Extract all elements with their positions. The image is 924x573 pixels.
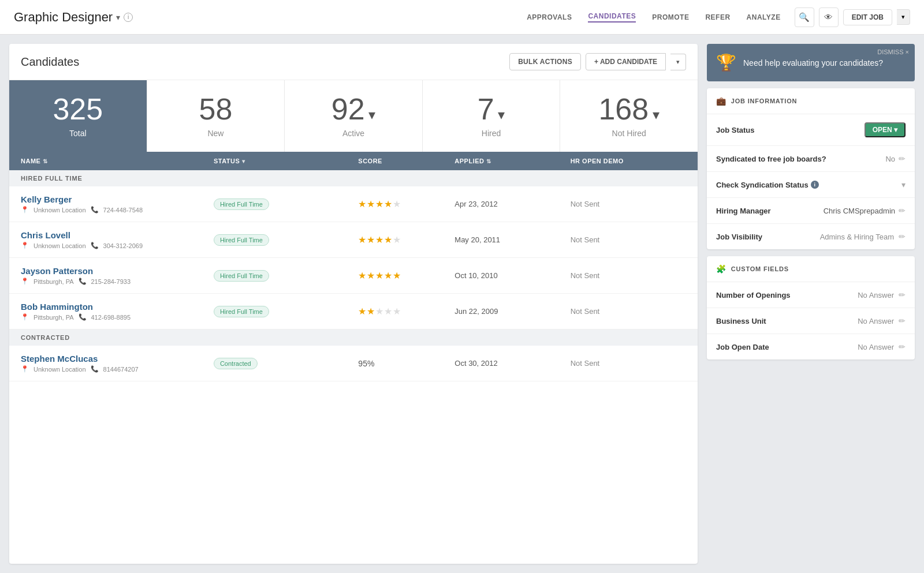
nav-links: APPROVALS CANDIDATES PROMOTE REFER ANALY…: [527, 12, 781, 23]
candidate-hr-status: Not Sent: [571, 200, 686, 208]
table-row[interactable]: Bob Hammington 📍 Pittsburgh, PA 📞 412-69…: [9, 294, 698, 329]
help-icon: 🏆: [716, 53, 736, 72]
candidate-info: Bob Hammington 📍 Pittsburgh, PA 📞 412-69…: [21, 302, 214, 321]
openings-row: Number of Openings No Answer ✏: [707, 282, 915, 308]
eye-button[interactable]: 👁: [819, 8, 839, 27]
stat-total[interactable]: 325 Total: [9, 80, 147, 152]
bulk-actions-button[interactable]: BULK ACTIONS: [509, 53, 581, 70]
search-button[interactable]: 🔍: [795, 8, 814, 27]
candidate-info: Stephen McClucas 📍 Unknown Location 📞 81…: [21, 354, 214, 373]
edit-job-button[interactable]: EDIT JOB: [843, 9, 892, 25]
candidate-status: Contracted: [214, 358, 358, 369]
job-visibility-label: Job Visibility: [716, 233, 820, 241]
syndication-caret[interactable]: ▾: [901, 180, 906, 189]
group-hired-full-time: HIRED FULL TIME: [9, 170, 698, 186]
phone-icon: 📞: [79, 278, 87, 285]
dismiss-button[interactable]: DISMISS ×: [877, 48, 909, 55]
job-visibility-row: Job Visibility Admins & Hiring Team ✏: [707, 224, 915, 249]
hiring-manager-value: Chris CMSprepadmin: [824, 207, 895, 215]
candidate-status: Hired Full Time: [214, 270, 358, 282]
right-panel: 🏆 Need help evaluating your candidates? …: [707, 44, 915, 564]
phone-icon: 📞: [79, 313, 87, 321]
edit-job-caret[interactable]: ▾: [897, 9, 910, 25]
stat-not-hired[interactable]: 168 Not Hired: [560, 80, 698, 152]
candidate-hr-status: Not Sent: [571, 235, 686, 244]
hiring-manager-edit-icon[interactable]: ✏: [899, 206, 906, 215]
table-row[interactable]: Chris Lovell 📍 Unknown Location 📞 304-31…: [9, 222, 698, 258]
table-row[interactable]: Jayson Patterson 📍 Pittsburgh, PA 📞 215-…: [9, 258, 698, 294]
candidate-stars: ★★★★★: [358, 270, 454, 281]
business-unit-row: Business Unit No Answer ✏: [707, 308, 915, 334]
nav-analyze[interactable]: ANALYZE: [747, 13, 781, 21]
th-applied[interactable]: APPLIED ⇅: [454, 158, 570, 164]
phone-icon: 📞: [91, 206, 99, 214]
th-status[interactable]: STATUS ▾: [214, 158, 358, 164]
stat-hired-label: Hired: [432, 129, 551, 138]
custom-fields-label: CUSTOM FIELDS: [731, 265, 789, 272]
add-candidate-caret[interactable]: ▾: [670, 54, 686, 70]
job-info-icon[interactable]: i: [124, 13, 133, 22]
candidate-info: Jayson Patterson 📍 Pittsburgh, PA 📞 215-…: [21, 266, 214, 285]
candidate-meta: 📍 Unknown Location 📞 304-312-2069: [21, 242, 214, 249]
candidate-meta: 📍 Unknown Location 📞 724-448-7548: [21, 206, 214, 214]
candidate-score: 95%: [358, 359, 454, 368]
stat-hired[interactable]: 7 Hired: [423, 80, 561, 152]
table-row[interactable]: Kelly Berger 📍 Unknown Location 📞 724-44…: [9, 186, 698, 222]
job-open-date-edit-icon[interactable]: ✏: [899, 342, 906, 351]
stat-active-label: Active: [294, 129, 413, 138]
candidate-status: Hired Full Time: [214, 199, 358, 210]
status-badge: Contracted: [214, 358, 258, 369]
business-unit-value: No Answer: [858, 317, 894, 325]
th-hr: HR OPEN DEMO: [571, 158, 686, 164]
hiring-manager-label: Hiring Manager: [716, 207, 824, 215]
nav-approvals[interactable]: APPROVALS: [527, 13, 572, 21]
check-syndication-label: Check Syndication Status i: [716, 181, 901, 189]
help-text: Need help evaluating your candidates?: [743, 58, 906, 68]
nav-candidates[interactable]: CANDIDATES: [588, 12, 636, 23]
job-title-caret[interactable]: ▾: [116, 13, 120, 22]
stat-new[interactable]: 58 New: [147, 80, 285, 152]
candidates-header: Candidates BULK ACTIONS + ADD CANDIDATE …: [9, 44, 698, 80]
openings-edit-icon[interactable]: ✏: [899, 290, 906, 299]
location-icon: 📍: [21, 206, 29, 214]
stat-not-hired-label: Not Hired: [569, 129, 688, 138]
job-open-date-row: Job Open Date No Answer ✏: [707, 334, 915, 359]
phone-icon: 📞: [91, 365, 99, 373]
add-candidate-button[interactable]: + ADD CANDIDATE: [586, 53, 666, 70]
nav-refer[interactable]: REFER: [705, 13, 730, 21]
stat-total-number: 325: [18, 94, 137, 124]
job-visibility-edit-icon[interactable]: ✏: [899, 232, 906, 241]
candidate-info: Chris Lovell 📍 Unknown Location 📞 304-31…: [21, 230, 214, 249]
job-visibility-value: Admins & Hiring Team: [820, 233, 894, 241]
puzzle-icon: 🧩: [716, 264, 726, 274]
th-score: SCORE: [358, 158, 454, 164]
stat-active-number: 92: [294, 94, 413, 124]
job-open-date-value: No Answer: [858, 343, 894, 351]
phone-icon: 📞: [91, 242, 99, 249]
syndication-row: Syndicated to free job boards? No ✏: [707, 146, 915, 172]
left-panel: Candidates BULK ACTIONS + ADD CANDIDATE …: [9, 44, 698, 564]
candidate-applied: Apr 23, 2012: [454, 200, 570, 208]
nav-promote[interactable]: PROMOTE: [652, 13, 689, 21]
status-badge: Hired Full Time: [214, 306, 269, 317]
stat-active[interactable]: 92 Active: [285, 80, 423, 152]
th-name[interactable]: NAME ⇅: [21, 158, 214, 164]
name-sort-icon: ⇅: [43, 158, 48, 164]
syndication-info-icon: i: [811, 181, 819, 189]
candidate-name: Kelly Berger: [21, 194, 214, 204]
table-row[interactable]: Stephen McClucas 📍 Unknown Location 📞 81…: [9, 346, 698, 381]
candidate-applied: Oct 30, 2012: [454, 359, 570, 368]
candidate-name: Jayson Patterson: [21, 266, 214, 276]
top-nav: Graphic Designer ▾ i APPROVALS CANDIDATE…: [0, 0, 924, 35]
candidate-status: Hired Full Time: [214, 234, 358, 246]
candidate-applied: Oct 10, 2010: [454, 271, 570, 280]
job-status-badge[interactable]: OPEN ▾: [865, 122, 906, 137]
syndication-right: No ✏: [885, 154, 906, 163]
candidate-meta: 📍 Unknown Location 📞 8144674207: [21, 365, 214, 373]
job-info-section-header: 💼 JOB INFORMATION: [707, 88, 915, 114]
job-title: Graphic Designer: [14, 10, 113, 25]
syndication-edit-icon[interactable]: ✏: [899, 154, 906, 163]
location-icon: 📍: [21, 313, 29, 321]
job-open-date-label: Job Open Date: [716, 343, 858, 351]
business-unit-edit-icon[interactable]: ✏: [899, 316, 906, 325]
